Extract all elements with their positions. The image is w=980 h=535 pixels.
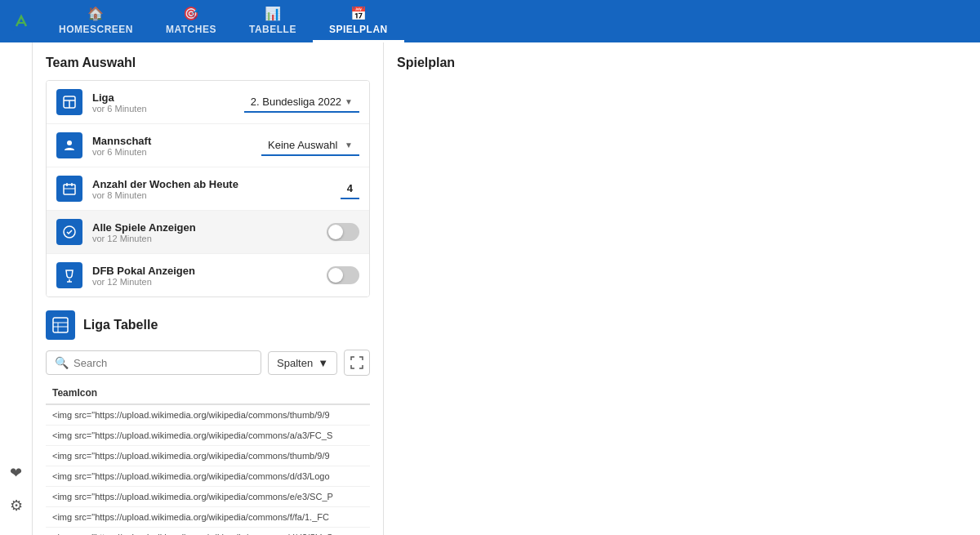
liga-dropdown-arrow: ▼	[345, 97, 353, 106]
mannschaft-label: Mannschaft	[92, 135, 261, 147]
table-row: <img src="https://upload.wikimedia.org/w…	[46, 507, 370, 528]
nav-spielplan-label: SPIELPLAN	[329, 24, 388, 35]
tabelle-icon: 📊	[265, 6, 282, 21]
alle-spiele-control	[327, 223, 359, 241]
homescreen-icon: 🏠	[87, 6, 105, 21]
top-nav: 🏠 HOMESCREEN 🎯 MATCHES 📊 TABELLE 📅 SPIEL…	[0, 0, 980, 42]
alle-spiele-label: Alle Spiele Anzeigen	[92, 221, 327, 234]
alle-spiele-label-group: Alle Spiele Anzeigen vor 12 Minuten	[92, 221, 327, 243]
dfb-pokal-control	[327, 266, 359, 284]
table-controls: 🔍 Spalten ▼	[46, 350, 370, 376]
alle-spiele-setting-icon	[56, 219, 82, 245]
mannschaft-row: Mannschaft vor 6 Minuten Keine Auswahl ▼	[47, 124, 369, 167]
matches-icon: 🎯	[183, 6, 200, 21]
alle-spiele-toggle[interactable]	[327, 223, 359, 241]
svg-rect-5	[64, 185, 75, 194]
mannschaft-setting-icon	[56, 132, 82, 158]
mannschaft-sublabel: vor 6 Minuten	[92, 147, 261, 157]
liga-tabelle-icon	[46, 310, 75, 340]
team-auswahl-title: Team Auswahl	[46, 56, 370, 70]
table-row: <img src="https://upload.wikimedia.org/w…	[46, 446, 370, 466]
spalten-arrow-icon: ▼	[318, 357, 328, 369]
alle-spiele-row: Alle Spiele Anzeigen vor 12 Minuten	[47, 211, 369, 254]
main-content: Team Auswahl Liga vor 6 Minuten	[33, 42, 980, 535]
alle-spiele-sublabel: vor 12 Minuten	[92, 234, 327, 243]
wochen-control: 4	[341, 179, 359, 199]
table-row: <img src="https://upload.wikimedia.org/w…	[46, 404, 370, 426]
liga-row: Liga vor 6 Minuten 2. Bundesliga 2022 ▼	[47, 81, 369, 124]
wochen-number[interactable]: 4	[341, 179, 359, 199]
search-input[interactable]	[74, 357, 252, 369]
nav-homescreen-label: HOMESCREEN	[59, 24, 133, 35]
liga-control: 2. Bundesliga 2022 ▼	[244, 92, 359, 113]
table-row: <img src="https://upload.wikimedia.org/w…	[46, 528, 370, 536]
teamicon-cell: <img src="https://upload.wikimedia.org/w…	[46, 528, 370, 536]
liga-tabelle-header: Liga Tabelle	[46, 310, 370, 340]
svg-rect-12	[53, 318, 68, 332]
liga-sublabel: vor 6 Minuten	[92, 104, 244, 114]
left-sidebar: ❤ ⚙	[0, 42, 33, 535]
dfb-pokal-label: DFB Pokal Anzeigen	[92, 265, 327, 277]
spielplan-title: Spielplan	[397, 56, 967, 70]
spalten-label: Spalten	[277, 357, 313, 369]
liga-table: TeamIcon <img src="https://upload.wikime…	[46, 382, 370, 535]
wochen-row: Anzahl der Wochen ab Heute vor 8 Minuten…	[47, 167, 369, 211]
mannschaft-control: Keine Auswahl ▼	[261, 136, 359, 156]
liga-tabelle-title: Liga Tabelle	[83, 318, 158, 332]
team-auswahl-card: Liga vor 6 Minuten 2. Bundesliga 2022 ▼	[46, 80, 370, 297]
spielplan-icon: 📅	[350, 6, 368, 21]
mannschaft-dropdown[interactable]: Keine Auswahl ▼	[261, 136, 359, 156]
nav-homescreen[interactable]: 🏠 HOMESCREEN	[42, 0, 149, 42]
nav-matches[interactable]: 🎯 MATCHES	[149, 0, 233, 42]
teamicon-cell: <img src="https://upload.wikimedia.org/w…	[46, 404, 370, 426]
nav-tabelle[interactable]: 📊 TABELLE	[233, 0, 313, 42]
left-panel: Team Auswahl Liga vor 6 Minuten	[33, 42, 384, 535]
liga-label: Liga	[92, 91, 244, 104]
app-logo	[7, 7, 36, 36]
nav-matches-label: MATCHES	[166, 24, 216, 35]
search-box: 🔍	[46, 350, 261, 375]
nav-items: 🏠 HOMESCREEN 🎯 MATCHES 📊 TABELLE 📅 SPIEL…	[42, 0, 404, 42]
wochen-label-group: Anzahl der Wochen ab Heute vor 8 Minuten	[92, 178, 341, 200]
heart-icon[interactable]: ❤	[3, 460, 29, 486]
teamicon-cell: <img src="https://upload.wikimedia.org/w…	[46, 507, 370, 528]
liga-setting-icon	[56, 89, 82, 115]
wochen-sublabel: vor 8 Minuten	[92, 190, 341, 200]
wochen-setting-icon	[56, 176, 82, 202]
mannschaft-value: Keine Auswahl	[268, 139, 337, 151]
table-row: <img src="https://upload.wikimedia.org/w…	[46, 426, 370, 446]
right-panel: Spielplan	[384, 42, 980, 535]
column-teamicon: TeamIcon	[46, 382, 370, 404]
mannschaft-label-group: Mannschaft vor 6 Minuten	[92, 135, 261, 157]
teamicon-cell: <img src="https://upload.wikimedia.org/w…	[46, 466, 370, 487]
nav-tabelle-label: TABELLE	[249, 24, 296, 35]
dfb-pokal-row: DFB Pokal Anzeigen vor 12 Minuten	[47, 254, 369, 296]
svg-point-4	[67, 140, 72, 145]
wochen-label: Anzahl der Wochen ab Heute	[92, 178, 341, 190]
teamicon-cell: <img src="https://upload.wikimedia.org/w…	[46, 426, 370, 446]
nav-spielplan[interactable]: 📅 SPIELPLAN	[313, 0, 404, 42]
dfb-pokal-sublabel: vor 12 Minuten	[92, 277, 327, 287]
spalten-dropdown[interactable]: Spalten ▼	[268, 351, 337, 375]
liga-dropdown[interactable]: 2. Bundesliga 2022 ▼	[244, 92, 359, 113]
liga-value: 2. Bundesliga 2022	[251, 96, 341, 108]
teamicon-cell: <img src="https://upload.wikimedia.org/w…	[46, 487, 370, 507]
table-body: <img src="https://upload.wikimedia.org/w…	[46, 404, 370, 535]
mannschaft-dropdown-arrow: ▼	[345, 140, 353, 149]
liga-label-group: Liga vor 6 Minuten	[92, 91, 244, 114]
search-icon: 🔍	[55, 356, 69, 369]
gear-icon[interactable]: ⚙	[3, 493, 29, 519]
table-row: <img src="https://upload.wikimedia.org/w…	[46, 466, 370, 487]
table-row: <img src="https://upload.wikimedia.org/w…	[46, 487, 370, 507]
dfb-pokal-toggle[interactable]	[327, 266, 359, 284]
dfb-pokal-setting-icon	[56, 262, 82, 288]
dfb-pokal-label-group: DFB Pokal Anzeigen vor 12 Minuten	[92, 265, 327, 287]
teamicon-cell: <img src="https://upload.wikimedia.org/w…	[46, 446, 370, 466]
expand-button[interactable]	[344, 350, 370, 376]
